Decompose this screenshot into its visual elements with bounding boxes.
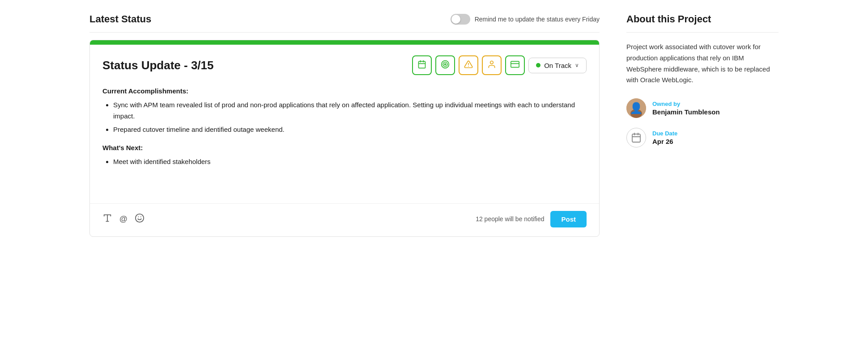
due-date-info: Due Date Apr 26	[652, 130, 677, 145]
status-card-body: Status Update - 3/15	[90, 45, 599, 185]
person-icon-btn[interactable]	[482, 55, 502, 75]
due-date-row: Due Date Apr 26	[626, 128, 779, 147]
status-card-footer: @ 12 people will be notified Post	[90, 203, 599, 236]
status-card: Status Update - 3/15	[89, 40, 600, 237]
section-header: Latest Status Remind me to update the st…	[89, 13, 600, 25]
content-section: Current Accomplishments: Sync with APM t…	[102, 86, 587, 168]
status-card-top-bar	[90, 40, 599, 45]
text-format-icon[interactable]	[102, 213, 112, 225]
money-icon-btn[interactable]	[505, 55, 525, 75]
accomplishments-list: Sync with APM team revealed list of prod…	[102, 100, 587, 135]
svg-point-14	[135, 214, 143, 222]
svg-point-9	[490, 61, 494, 64]
svg-point-20	[633, 103, 639, 109]
avatar	[626, 98, 646, 118]
on-track-dot	[536, 63, 540, 67]
on-track-label: On Track	[544, 62, 571, 69]
owner-label: Owned by	[652, 101, 720, 107]
latest-status-title: Latest Status	[89, 13, 151, 25]
about-title: About this Project	[626, 13, 779, 25]
post-button[interactable]: Post	[550, 211, 587, 227]
target-icon	[441, 60, 450, 71]
footer-icons: @	[102, 213, 145, 225]
status-icons-row: On Track ∨	[412, 55, 587, 75]
reminder-toggle[interactable]	[451, 14, 470, 25]
main-container: Latest Status Remind me to update the st…	[89, 13, 779, 237]
owner-info: Owned by Benjamin Tumbleson	[652, 101, 720, 116]
calendar-due-icon	[626, 128, 646, 147]
owner-name: Benjamin Tumbleson	[652, 108, 720, 116]
warning-icon-btn[interactable]	[459, 55, 478, 75]
chevron-down-icon: ∨	[575, 62, 579, 68]
whats-next-list: Meet with identified stakeholders	[102, 156, 587, 168]
on-track-button[interactable]: On Track ∨	[528, 58, 587, 73]
mention-icon[interactable]: @	[119, 214, 128, 224]
emoji-icon[interactable]	[135, 213, 145, 225]
owner-row: Owned by Benjamin Tumbleson	[626, 98, 779, 118]
section-divider	[89, 32, 600, 33]
right-panel: About this Project Project work associat…	[626, 13, 779, 237]
svg-point-5	[443, 62, 447, 67]
svg-point-21	[634, 104, 638, 109]
list-item: Prepared cutover timeline and identified…	[113, 124, 587, 135]
reminder-text: Remind me to update the status every Fri…	[475, 16, 600, 23]
svg-point-19	[630, 109, 642, 118]
calendar-icon	[417, 60, 426, 71]
due-date-value: Apr 26	[652, 138, 677, 145]
money-icon	[511, 60, 519, 71]
svg-rect-0	[419, 61, 425, 68]
list-item: Sync with APM team revealed list of prod…	[113, 100, 587, 122]
about-divider	[626, 32, 779, 33]
due-date-label: Due Date	[652, 130, 677, 137]
notify-text: 12 people will be notified	[476, 215, 544, 223]
target-icon-btn[interactable]	[435, 55, 455, 75]
status-update-title: Status Update - 3/15	[102, 59, 214, 72]
svg-rect-10	[511, 61, 519, 67]
about-description: Project work associated with cutover wor…	[626, 42, 779, 86]
warning-icon	[464, 60, 473, 71]
calendar-icon-btn[interactable]	[412, 55, 432, 75]
list-item: Meet with identified stakeholders	[113, 156, 587, 168]
person-icon	[487, 60, 496, 71]
whats-next-label: What's Next:	[102, 143, 587, 154]
status-card-header: Status Update - 3/15	[102, 55, 587, 75]
footer-right: 12 people will be notified Post	[476, 211, 587, 227]
svg-rect-22	[632, 134, 640, 142]
svg-point-6	[444, 63, 446, 65]
svg-point-18	[633, 102, 640, 110]
left-panel: Latest Status Remind me to update the st…	[89, 13, 600, 237]
reminder-row: Remind me to update the status every Fri…	[451, 14, 600, 25]
accomplishments-label: Current Accomplishments:	[102, 86, 587, 97]
